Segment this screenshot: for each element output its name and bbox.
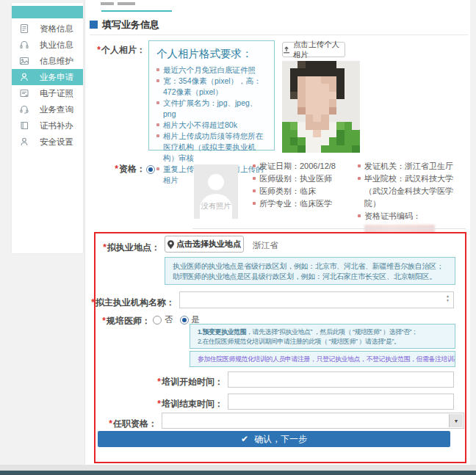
top-tab-remnant — [118, 2, 135, 5]
section-divider — [192, 228, 466, 229]
photo-requirement-item: 相片大小不得超过80k — [156, 120, 267, 131]
upload-icon — [283, 46, 290, 54]
trainee-radio-yes[interactable] — [180, 316, 189, 324]
silhouette-icon — [208, 174, 224, 190]
qualification-details-col1: 发证日期：2006/12/8 医师级别：执业医师 医师类别：临床 所学专业：临床… — [253, 160, 356, 210]
sidebar-item-label: 证书补办 — [40, 120, 73, 131]
spinner-icons: ▲▼ — [446, 294, 450, 302]
detail-item: 医师级别：执业医师 — [253, 173, 356, 185]
train-start-label: *培训开始时间： — [132, 376, 223, 388]
choose-location-button[interactable]: 点击选择执业地点 — [165, 236, 244, 253]
headset-icon — [19, 40, 29, 50]
personal-photo-label: *个人相片： — [81, 44, 145, 57]
sidebar-item-label: 资格信息 — [40, 23, 73, 35]
main-left-border — [84, 0, 85, 465]
dropdown-arrow-icon[interactable]: ▼ — [449, 414, 463, 427]
bullet-icon — [253, 189, 256, 192]
detail-item: 毕业院校：武汉科技大学（武汉冶金科技大学医学院） — [358, 173, 468, 210]
sidebar-item-info-maintenance[interactable]: 信息维护 — [12, 53, 83, 69]
footer-strip — [0, 465, 476, 471]
main-org-label: *拟主执业机构名称： — [77, 297, 175, 309]
photo-requirements-title: 个人相片格式要求： — [156, 47, 267, 61]
detail-item: 医师类别：临床 — [253, 185, 356, 197]
footer-bar — [0, 471, 476, 475]
security-person-icon — [19, 137, 29, 147]
post-qualification-label: *任职资格： — [81, 418, 157, 430]
detail-item: 发证日期：2006/12/8 — [253, 160, 356, 173]
bullet-icon — [253, 177, 256, 180]
detail-item-cert-code: 资格证书编码： — [358, 210, 468, 235]
sidebar-item-qualification-info[interactable]: 资格信息 — [12, 21, 83, 37]
page-title: 填写业务信息 — [102, 18, 159, 32]
photo-requirement-item: 宽：354像素（pixel），高：472像素（pixel） — [156, 76, 267, 98]
image-icon — [19, 56, 29, 66]
photo-requirement-item: 最近六个月免冠白底证件照 — [156, 65, 267, 76]
top-tab-remnant — [101, 2, 114, 5]
no-photo-placeholder: 没有照片 — [194, 164, 238, 219]
photo-requirement-item: 相片上传成功后须等待您所在医疗机构（或拟主要执业机构）审核 — [156, 131, 267, 164]
document-icon — [19, 23, 29, 34]
sidebar-item-security-settings[interactable]: 安全设置 — [12, 134, 83, 150]
trainee-help: 1.预变更执业范围，请先选择“拟执业地点” ，然后此项（ “规培医师” ）选择“… — [190, 324, 455, 349]
train-start-input[interactable] — [228, 371, 454, 388]
check-icon: ✔ — [241, 434, 248, 444]
practice-location-label: *拟执业地点： — [77, 242, 160, 254]
sidebar-top-bar — [12, 6, 83, 18]
bullet-icon — [358, 214, 361, 217]
bullet-icon — [253, 164, 256, 167]
sidebar-item-certificate-reissue[interactable]: 证书补办 — [12, 117, 83, 134]
upload-photo-button[interactable]: 点击上传个人相片 — [282, 42, 345, 57]
no-photo-text: 没有照片 — [194, 201, 238, 211]
portrait-photo — [282, 61, 360, 153]
section-title-square — [90, 21, 98, 29]
certificate-icon — [19, 88, 29, 98]
qualification-details-col2: 发证机关：浙江省卫生厅 毕业院校：武汉科技大学（武汉冶金科技大学医学院） 资格证… — [358, 160, 468, 235]
sidebar-item-label: 信息维护 — [40, 56, 73, 67]
post-qualification-select[interactable]: ▼ — [162, 413, 464, 429]
location-pin-icon — [167, 240, 174, 249]
trainee-note: 参加住院医师规范化培训的人员申请注册，只登记执业地点，不登记执业范围，但需备注培… — [190, 351, 455, 367]
bullet-icon — [156, 167, 159, 170]
bullet-icon — [156, 123, 159, 126]
bullet-icon — [358, 164, 361, 167]
trainee-radio-no[interactable] — [153, 316, 162, 324]
trainee-option-no-label: 否 — [165, 314, 173, 325]
sidebar-item-label: 业务查询 — [40, 104, 73, 115]
bullet-icon — [358, 177, 361, 180]
bullet-icon — [156, 101, 159, 104]
train-end-label: *培训结束时间： — [132, 398, 223, 410]
confirm-next-button[interactable]: ✔ 确认，下一步 — [98, 431, 450, 447]
detail-item: 所学专业：临床医学 — [253, 197, 356, 210]
practice-location-value: 浙江省 — [253, 240, 278, 251]
sidebar-item-label: 执业信息 — [40, 40, 73, 51]
qualification-label: *资格： — [81, 163, 145, 175]
qualification-radio[interactable] — [146, 165, 155, 174]
detail-item: 发证机关：浙江省卫生厅 — [358, 160, 468, 173]
bullet-icon — [156, 68, 159, 71]
sidebar-item-business-application[interactable]: 业务申请 — [12, 69, 83, 85]
sidebar-item-label: 安全设置 — [40, 137, 73, 148]
bullet-icon — [156, 134, 159, 137]
sidebar-item-label: 业务申请 — [40, 72, 73, 83]
photo-requirement-item: 文件扩展名为：jpg、jpeg、png — [156, 98, 267, 120]
main-org-select[interactable]: ▲▼ — [179, 291, 454, 308]
bullet-icon — [253, 202, 256, 205]
practice-location-help: 执业医师的执业地点是省级行政区划，例如：北京市、河北省、新疆维吾尔族自治区； 助… — [165, 257, 455, 285]
book-icon — [19, 120, 29, 131]
trainee-label: *规培医师： — [66, 315, 151, 327]
sidebar-item-practice-info[interactable]: 执业信息 — [12, 37, 83, 53]
sidebar-item-electronic-license[interactable]: 电子证照 — [12, 85, 83, 101]
sidebar-item-label: 电子证照 — [40, 88, 73, 99]
support-headset-icon — [19, 104, 29, 115]
active-tab-underline — [101, 10, 172, 12]
photo-requirements-box: 个人相片格式要求： 最近六个月免冠白底证件照 宽：354像素（pixel），高：… — [148, 40, 275, 151]
person-icon — [19, 72, 29, 82]
panel-divider — [90, 35, 468, 35]
sidebar-item-business-query[interactable]: 业务查询 — [12, 101, 83, 117]
bullet-icon — [156, 79, 159, 82]
train-end-input[interactable] — [228, 394, 454, 410]
